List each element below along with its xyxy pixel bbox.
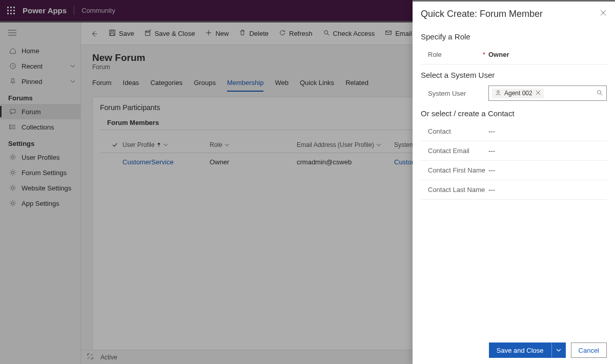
section-role-title: Specify a Role: [421, 26, 607, 45]
contact-last-label: Contact Last Name: [428, 186, 485, 194]
field-role[interactable]: Role * Owner: [421, 45, 607, 65]
field-contact-email[interactable]: Contact Email ---: [421, 141, 607, 161]
search-icon[interactable]: [596, 89, 603, 98]
field-contact[interactable]: Contact ---: [421, 122, 607, 141]
svg-point-39: [598, 90, 601, 94]
field-contact-last-name[interactable]: Contact Last Name ---: [421, 180, 607, 200]
contact-label: Contact: [428, 127, 451, 135]
remove-pill-icon[interactable]: [536, 90, 541, 97]
section-user-title: Select a System User: [421, 65, 607, 83]
field-system-user[interactable]: System User Agent 002: [421, 83, 607, 103]
panel-title: Quick Create: Forum Member: [421, 9, 543, 19]
panel-body: Specify a Role Role * Owner Select a Sys…: [413, 26, 615, 336]
system-user-label: System User: [428, 90, 466, 97]
save-and-close-button[interactable]: Save and Close: [489, 342, 551, 358]
panel-header: Quick Create: Forum Member: [413, 2, 615, 26]
user-icon: [495, 90, 501, 97]
field-contact-first-name[interactable]: Contact First Name ---: [421, 161, 607, 180]
role-label: Role: [428, 51, 442, 58]
close-icon[interactable]: [600, 9, 607, 18]
modal-scrim: [0, 0, 413, 364]
contact-email-label: Contact Email: [428, 147, 469, 155]
save-and-close-chevron[interactable]: [551, 342, 566, 358]
cancel-button[interactable]: Cancel: [571, 342, 607, 358]
contact-first-value: ---: [488, 166, 607, 174]
role-value: Owner: [488, 51, 607, 58]
required-indicator: *: [483, 51, 485, 58]
section-contact-title: Or select / create a Contact: [421, 103, 607, 122]
system-user-value: Agent 002: [504, 90, 532, 97]
contact-email-value: ---: [488, 147, 607, 155]
panel-footer: Save and Close Cancel: [413, 336, 615, 364]
system-user-pill[interactable]: Agent 002: [492, 89, 544, 98]
contact-first-label: Contact First Name: [428, 166, 485, 174]
svg-point-36: [497, 90, 499, 92]
system-user-lookup[interactable]: Agent 002: [488, 85, 607, 101]
quick-create-panel: Quick Create: Forum Member Specify a Rol…: [413, 0, 615, 364]
contact-value: ---: [488, 127, 607, 135]
contact-last-value: ---: [488, 186, 607, 194]
svg-line-40: [601, 93, 603, 95]
